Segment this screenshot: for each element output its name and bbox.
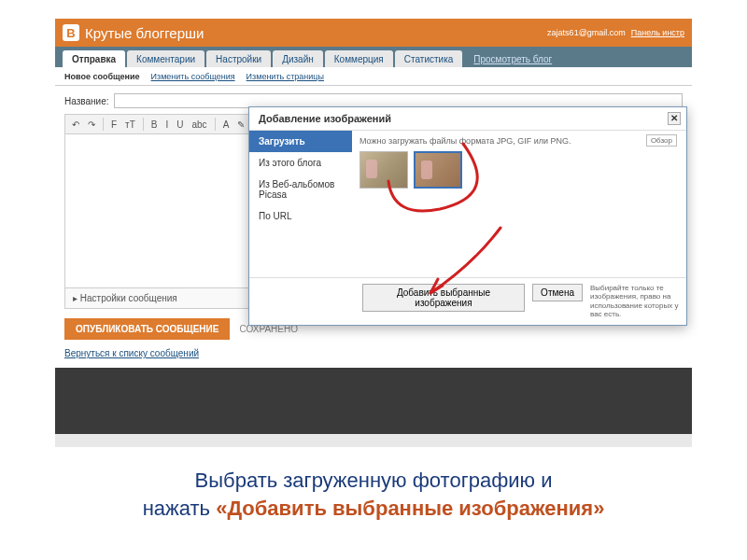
- subtab-new-post[interactable]: Новое сообщение: [64, 72, 140, 81]
- side-from-blog[interactable]: Из этого блога: [249, 152, 352, 174]
- sub-tabs: Новое сообщение Изменить сообщения Измен…: [55, 67, 692, 86]
- dialog-body: Загрузить Из этого блога Из Веб-альбомов…: [249, 131, 686, 277]
- tab-comments[interactable]: Комментарии: [127, 50, 204, 67]
- tab-design[interactable]: Дизайн: [273, 50, 323, 67]
- rights-note: Выбирайте только те изображения, право н…: [590, 284, 679, 319]
- upload-hint: Можно загружать файлы формата JPG, GIF и…: [359, 136, 679, 146]
- font-size-icon[interactable]: тТ: [122, 118, 138, 132]
- main-tabs: Отправка Комментарии Настройки Дизайн Ко…: [55, 47, 692, 67]
- italic-icon[interactable]: I: [162, 118, 171, 132]
- highlight-icon[interactable]: ✎: [234, 118, 247, 132]
- taskbar-strip: [55, 434, 692, 447]
- site-title: Крутые блоггерши: [85, 25, 204, 41]
- dialog-titlebar: Добавление изображений ✕: [249, 107, 686, 131]
- add-images-dialog: Добавление изображений ✕ Загрузить Из эт…: [248, 106, 687, 326]
- add-selected-button[interactable]: Добавить выбранные изображения: [362, 284, 525, 312]
- logo-title: B Крутые блоггерши: [63, 24, 204, 41]
- subtab-edit-posts[interactable]: Изменить сообщения: [151, 72, 235, 81]
- close-icon[interactable]: ✕: [668, 112, 681, 125]
- redo-icon[interactable]: ↷: [85, 118, 98, 132]
- bold-icon[interactable]: B: [148, 118, 161, 132]
- user-info: zajats61@gmail.com Панель инстр: [547, 28, 684, 37]
- instruction-caption: Выбрать загруженную фотографию и нажать …: [75, 467, 672, 522]
- view-blog-link[interactable]: Просмотреть блог: [464, 50, 561, 67]
- thumbnail-2-selected[interactable]: [414, 151, 462, 189]
- side-url[interactable]: По URL: [249, 205, 352, 227]
- blogger-logo-icon: B: [63, 24, 79, 41]
- publish-button[interactable]: ОПУБЛИКОВАТЬ СООБЩЕНИЕ: [64, 318, 230, 340]
- text-color-icon[interactable]: A: [220, 118, 233, 132]
- subtab-edit-pages[interactable]: Изменить страницы: [247, 72, 324, 81]
- separator: [143, 118, 144, 131]
- tab-settings[interactable]: Настройки: [206, 50, 271, 67]
- caption-line1: Выбрать загруженную фотографию и: [75, 467, 672, 495]
- side-upload[interactable]: Загрузить: [249, 131, 352, 152]
- tab-stats[interactable]: Статистика: [395, 50, 463, 67]
- dialog-main: Обзор Можно загружать файлы формата JPG,…: [352, 131, 686, 277]
- caption-line2b: «Добавить выбранные изображения»: [216, 497, 604, 520]
- strike-icon[interactable]: abc: [190, 118, 210, 132]
- thumbnail-1[interactable]: [359, 151, 408, 189]
- font-family-icon[interactable]: F: [108, 118, 120, 132]
- side-picasa[interactable]: Из Веб-альбомов Picasa: [249, 174, 352, 205]
- thumbnails: [359, 151, 679, 189]
- caption-line2a: нажать: [143, 497, 217, 520]
- dialog-footer: Добавить выбранные изображения Отмена Вы…: [249, 277, 686, 325]
- panel-link[interactable]: Панель инстр: [631, 28, 684, 37]
- tab-send[interactable]: Отправка: [63, 50, 125, 67]
- separator: [103, 118, 104, 131]
- separator: [215, 118, 216, 131]
- cancel-button[interactable]: Отмена: [532, 284, 583, 301]
- browse-button[interactable]: Обзор: [646, 134, 677, 147]
- dialog-sidebar: Загрузить Из этого блога Из Веб-альбомов…: [249, 131, 352, 277]
- top-bar: B Крутые блоггерши zajats61@gmail.com Па…: [55, 19, 692, 47]
- title-label: Название:: [64, 96, 108, 106]
- underline-icon[interactable]: U: [174, 118, 186, 132]
- dialog-title: Добавление изображений: [259, 113, 391, 124]
- tab-commerce[interactable]: Коммерция: [325, 50, 393, 67]
- undo-icon[interactable]: ↶: [69, 118, 82, 132]
- user-email: zajats61@gmail.com: [547, 28, 626, 37]
- back-to-list-link[interactable]: Вернуться к списку сообщений: [64, 346, 199, 358]
